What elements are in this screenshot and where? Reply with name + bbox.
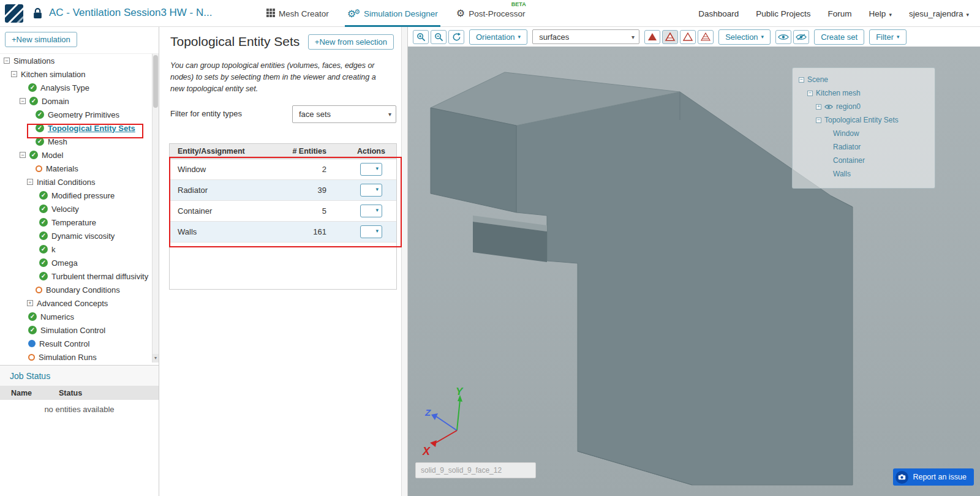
scene-tree-item-walls[interactable]: Walls <box>793 167 935 181</box>
create-set-button[interactable]: Create set <box>814 29 864 45</box>
user-menu[interactable]: sjesu_rajendra <box>909 9 969 18</box>
hide-selected-eye-button[interactable] <box>793 30 809 44</box>
link-forum[interactable]: Forum <box>828 9 852 18</box>
tree-item-mesh[interactable]: Mesh <box>0 135 159 148</box>
help-menu[interactable]: Help <box>869 9 892 18</box>
tree-item-modified-pressure[interactable]: Modified pressure <box>0 189 159 202</box>
collapse-icon[interactable] <box>816 118 821 123</box>
selected-face-field[interactable]: solid_9_solid_9_face_12 <box>415 462 536 478</box>
job-status-empty-message: no entities available <box>0 400 159 414</box>
tree-item-k[interactable]: k <box>0 242 159 256</box>
collapse-icon[interactable] <box>27 179 33 185</box>
tree-item-velocity[interactable]: Velocity <box>0 202 159 216</box>
scene-tree-item-radiator[interactable]: Radiator <box>793 140 935 154</box>
scene-tree-item-kitchen-mesh[interactable]: Kitchen mesh <box>793 86 935 100</box>
entity-count: 161 <box>290 227 346 236</box>
project-title[interactable]: AC - Ventilation Session3 HW - N... <box>49 7 212 19</box>
tree-item-dynamic-viscosity[interactable]: Dynamic viscosity <box>0 229 159 242</box>
tree-item-kitchen-simulation[interactable]: Kitchen simulation <box>0 67 159 81</box>
zoom-in-button[interactable] <box>413 30 429 44</box>
show-all-eye-button[interactable] <box>775 30 791 44</box>
collapse-icon[interactable] <box>807 91 813 96</box>
refresh-view-button[interactable] <box>448 30 464 44</box>
scene-tree-item-container[interactable]: Container <box>793 154 935 167</box>
tree-item-simulations[interactable]: Simulations <box>0 54 159 67</box>
collapse-icon[interactable] <box>11 71 17 77</box>
tab-post-processor[interactable]: ⚙ Post-Processor BETA <box>456 0 526 27</box>
new-simulation-button[interactable]: +New simulation <box>5 32 77 47</box>
mesh-display-toggle[interactable] <box>698 30 714 44</box>
wireframe-toggle[interactable] <box>680 30 696 44</box>
link-public-projects[interactable]: Public Projects <box>756 9 810 18</box>
filter-label: Filter for entity types <box>170 109 242 118</box>
job-status-col-status: Status <box>59 389 82 397</box>
actions-dropdown[interactable] <box>360 184 382 197</box>
tree-item-advanced-concepts[interactable]: Advanced Concepts <box>0 296 159 310</box>
table-row[interactable]: Walls 161 <box>170 222 396 242</box>
table-row[interactable]: Radiator 39 <box>170 180 396 201</box>
filter-dropdown[interactable]: Filter <box>869 29 906 45</box>
expand-icon[interactable] <box>27 300 33 306</box>
tree-item-numerics[interactable]: Numerics <box>0 310 159 323</box>
scroll-down-arrow-icon[interactable] <box>153 354 159 363</box>
actions-dropdown[interactable] <box>360 205 382 217</box>
new-simulation-section: +New simulation <box>0 27 159 54</box>
solid-faces-toggle[interactable] <box>644 30 660 44</box>
panel-scrollbar[interactable] <box>401 27 407 496</box>
tree-item-analysis-type[interactable]: Analysis Type <box>0 81 159 94</box>
tree-item-temperature[interactable]: Temperature <box>0 216 159 229</box>
tree-item-topological-entity-sets[interactable]: Topological Entity Sets <box>0 121 159 135</box>
tree-item-initial-conditions[interactable]: Initial Conditions <box>0 175 159 189</box>
viewer-toolbar: Orientation surfaces Selection Create se… <box>408 27 980 47</box>
scrollbar-thumb[interactable] <box>153 55 158 108</box>
job-status-header: Name Status <box>0 386 159 400</box>
tree-item-simulation-runs[interactable]: Simulation Runs <box>0 350 159 363</box>
collapse-icon[interactable] <box>4 58 10 64</box>
table-row[interactable]: Window 2 <box>170 159 396 180</box>
tree-item-simulation-control[interactable]: Simulation Control <box>0 323 159 337</box>
actions-dropdown[interactable] <box>360 163 382 176</box>
collapse-icon[interactable] <box>20 98 26 104</box>
link-dashboard[interactable]: Dashboard <box>698 9 739 18</box>
scene-tree-item-topological-entity-sets[interactable]: Topological Entity Sets <box>793 113 935 127</box>
col-entity-assignment: Entity/Assignment <box>170 147 290 156</box>
simscale-logo-icon[interactable] <box>5 4 23 25</box>
warning-icon <box>28 354 35 361</box>
zoom-out-button[interactable] <box>431 30 447 44</box>
scene-tree-item-scene[interactable]: Scene <box>793 73 935 86</box>
expand-icon[interactable] <box>816 104 821 110</box>
render-mode-select[interactable]: surfaces <box>532 29 639 44</box>
new-from-selection-button[interactable]: +New from selection <box>308 34 394 50</box>
collapse-icon[interactable] <box>20 152 26 158</box>
viewport-3d[interactable]: Scene Kitchen mesh region0 Topological E… <box>408 47 980 496</box>
tab-simulation-designer[interactable]: ⚙⚙ Simulation Designer <box>347 0 438 27</box>
tree-item-materials[interactable]: Materials <box>0 162 159 175</box>
tree-item-geometry-primitives[interactable]: Geometry Primitives <box>0 108 159 121</box>
actions-dropdown[interactable] <box>360 225 382 238</box>
eye-icon[interactable] <box>824 104 833 110</box>
check-icon <box>28 83 37 92</box>
tree-item-domain[interactable]: Domain <box>0 94 159 108</box>
tree-item-omega[interactable]: Omega <box>0 256 159 269</box>
warning-icon <box>36 165 42 172</box>
tree-item-boundary-conditions[interactable]: Boundary Conditions <box>0 283 159 296</box>
collapse-icon[interactable] <box>799 77 804 83</box>
orientation-dropdown[interactable]: Orientation <box>469 29 527 45</box>
entity-type-select[interactable]: face sets <box>292 105 396 123</box>
axis-z-label: Z <box>424 407 431 418</box>
tree-item-model[interactable]: Model <box>0 148 159 162</box>
scene-tree-item-region0[interactable]: region0 <box>793 100 935 113</box>
scene-tree-item-window[interactable]: Window <box>793 127 935 140</box>
check-icon <box>29 151 38 159</box>
tree-item-result-control[interactable]: Result Control <box>0 337 159 350</box>
entity-set-name: Radiator <box>170 186 290 195</box>
lock-icon <box>33 7 42 21</box>
tab-mesh-creator[interactable]: Mesh Creator <box>266 0 329 27</box>
report-issue-button[interactable]: Report an issue <box>893 468 974 486</box>
selection-dropdown[interactable]: Selection <box>718 29 771 45</box>
axis-x-label: X <box>422 445 431 457</box>
table-row[interactable]: Container 5 <box>170 201 396 222</box>
tree-item-turbulent-thermal-diffusivity[interactable]: Turbulent thermal diffusivity <box>0 269 159 283</box>
tree-scrollbar[interactable] <box>152 54 159 363</box>
shaded-faces-toggle[interactable] <box>662 30 678 44</box>
